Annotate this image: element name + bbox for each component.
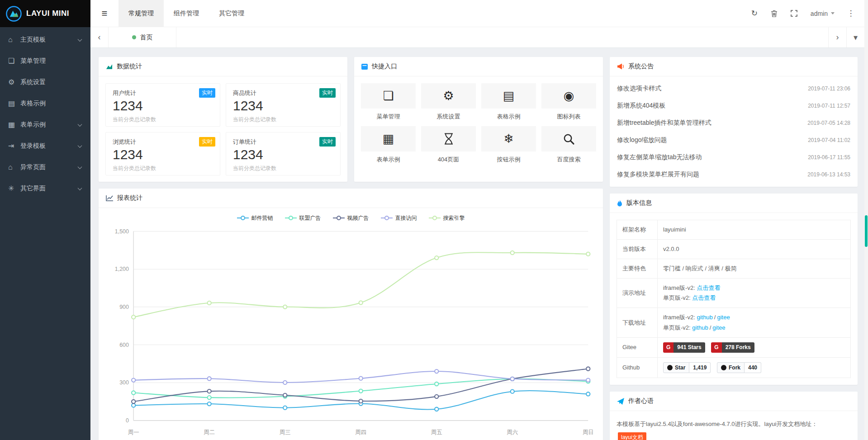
paper-plane-icon bbox=[617, 398, 624, 405]
clear-cache-button[interactable] bbox=[764, 0, 784, 27]
chevron-down-icon: ▾ bbox=[854, 33, 858, 43]
github-star-count: 1,419 bbox=[689, 362, 711, 374]
legend-item[interactable]: 邮件营销 bbox=[237, 214, 273, 222]
topbar-actions: ↻ admin ⋮ bbox=[745, 0, 864, 27]
refresh-button[interactable]: ↻ bbox=[745, 0, 764, 27]
legend-item[interactable]: 联盟广告 bbox=[285, 214, 321, 222]
card-title: 数据统计 bbox=[117, 62, 142, 71]
status-badge: 实时 bbox=[199, 137, 215, 147]
window-icon: ❏ bbox=[383, 89, 394, 103]
svg-text:300: 300 bbox=[119, 379, 129, 386]
stat-products: 商品统计 1234 当前分类总记录数 实时 bbox=[226, 83, 341, 127]
quick-entry-menu-management[interactable]: ❏ 菜单管理 bbox=[361, 83, 416, 121]
tab-component-management[interactable]: 组件管理 bbox=[164, 0, 209, 27]
user-menu[interactable]: admin bbox=[804, 0, 841, 27]
quick-entry-icon-list[interactable]: ◉ 图标列表 bbox=[541, 83, 596, 121]
logo-text: LAYUI MINI bbox=[26, 9, 69, 18]
status-badge: 实时 bbox=[319, 88, 336, 98]
gears-icon: ⚙ bbox=[8, 78, 20, 86]
announcements-card-header: 系统公告 bbox=[610, 57, 858, 76]
collapse-menu-button[interactable]: ≡ bbox=[90, 0, 119, 27]
legend-item[interactable]: 搜索引擎 bbox=[429, 214, 465, 222]
quick-entry-baidu-search[interactable]: 百度搜索 bbox=[541, 126, 596, 164]
sidebar-item-system-settings[interactable]: ⚙ 系统设置 bbox=[0, 71, 90, 93]
file-text-icon: ▤ bbox=[503, 89, 515, 103]
trash-icon bbox=[771, 10, 778, 17]
gitee-stars-badge[interactable]: G 941 Stars bbox=[663, 342, 705, 353]
github-fork-button[interactable]: Fork 440 bbox=[717, 362, 761, 374]
sidebar: LAYUI MINI ⌂ 主页模板 ❏ 菜单管理 ⚙ 系统设置 ▤ 表格示例 ▦ bbox=[0, 0, 90, 440]
author-card: 作者心语 本模板基于layui2.5.4以及font-awesome-4.7.0… bbox=[610, 392, 858, 440]
sidebar-item-table-example[interactable]: ▤ 表格示例 bbox=[0, 93, 90, 114]
quick-entry-404-page[interactable]: 404页面 bbox=[421, 126, 476, 164]
refresh-icon: ↻ bbox=[751, 9, 758, 18]
github-star-button[interactable]: Star 1,419 bbox=[663, 362, 711, 374]
table-row: 主要特色 零门槛 / 响应式 / 清爽 / 极简 bbox=[617, 259, 851, 279]
fullscreen-button[interactable] bbox=[784, 0, 804, 27]
github-mark-icon bbox=[667, 365, 673, 370]
announcement-row: 修改选项卡样式 2019-07-11 23:06 bbox=[617, 80, 850, 97]
svg-text:周一: 周一 bbox=[128, 429, 139, 435]
svg-text:0: 0 bbox=[126, 417, 129, 424]
card-title: 系统公告 bbox=[628, 62, 654, 71]
quick-entry-system-settings[interactable]: ⚙ 系统设置 bbox=[421, 83, 476, 121]
stats-card-header: 数据统计 bbox=[99, 57, 347, 76]
svg-text:周五: 周五 bbox=[431, 429, 442, 435]
tab-regular-management[interactable]: 常规管理 bbox=[119, 0, 164, 27]
search-icon bbox=[563, 133, 575, 145]
svg-text:周六: 周六 bbox=[507, 429, 518, 435]
svg-text:周四: 周四 bbox=[355, 429, 366, 435]
table-row: 框架名称 layuimini bbox=[617, 220, 851, 240]
active-tab-dot bbox=[132, 35, 136, 39]
logo-icon bbox=[5, 5, 22, 22]
sidebar-item-menu-management[interactable]: ❏ 菜单管理 bbox=[0, 50, 90, 71]
card-title: 作者心语 bbox=[628, 397, 654, 405]
asterisk-icon: ✳ bbox=[8, 184, 20, 193]
author-text: 本模板基于layui2.5.4以及font-awesome-4.7.0进行实现。… bbox=[617, 418, 851, 440]
author-card-header: 作者心语 bbox=[610, 392, 858, 411]
demo-iframe-link[interactable]: 点击查看 bbox=[697, 284, 720, 291]
tab-other-management[interactable]: 其它管理 bbox=[209, 0, 254, 27]
download-iframe-github-link[interactable]: github bbox=[697, 314, 712, 321]
legend-item[interactable]: 直接访问 bbox=[381, 214, 417, 222]
demo-spa-link[interactable]: 点击查看 bbox=[692, 294, 716, 301]
gitee-forks-badge[interactable]: G 278 Forks bbox=[711, 342, 754, 353]
content-area: 数据统计 用户统计 1234 当前分类总记录数 实时 bbox=[90, 48, 864, 440]
main-area: ≡ 常规管理 组件管理 其它管理 ↻ bbox=[90, 0, 864, 440]
tab-menu-button[interactable]: ▾ bbox=[846, 27, 864, 47]
announcement-row: 新增treetable插件和菜单管理样式 2019-07-05 14:28 bbox=[617, 114, 850, 132]
quick-entry-card-header: 快捷入口 bbox=[354, 57, 603, 76]
quick-entry-table-example[interactable]: ▤ 表格示例 bbox=[481, 83, 536, 121]
status-badge: 实时 bbox=[319, 137, 336, 147]
table-row: Github Star 1,419 Fork 440 bbox=[617, 357, 851, 378]
legend-item[interactable]: 视频广告 bbox=[333, 214, 369, 222]
announcement-row: 修复多模块菜单栏展开有问题 2019-06-13 14:53 bbox=[617, 166, 850, 183]
status-badge: 实时 bbox=[199, 88, 215, 98]
scrollbar-track[interactable] bbox=[864, 0, 868, 440]
more-menu-button[interactable]: ⋮ bbox=[841, 0, 861, 27]
sidebar-item-other-ui[interactable]: ✳ 其它界面 bbox=[0, 178, 90, 199]
app-window: LAYUI MINI ⌂ 主页模板 ❏ 菜单管理 ⚙ 系统设置 ▤ 表格示例 ▦ bbox=[0, 0, 868, 440]
legend-marker bbox=[333, 215, 345, 221]
quick-entry-form-example[interactable]: ▦ 表单示例 bbox=[361, 126, 416, 164]
tab-scroll-left-button[interactable]: ‹ bbox=[90, 27, 109, 47]
quick-entry-button-example[interactable]: ❄ 按钮示例 bbox=[481, 126, 536, 164]
sidebar-item-home-template[interactable]: ⌂ 主页模板 bbox=[0, 29, 90, 50]
stat-views: 浏览统计 1234 当前分类总记录数 实时 bbox=[105, 132, 220, 175]
sidebar-item-error-pages[interactable]: ⌂ 异常页面 bbox=[0, 156, 90, 178]
download-spa-gitee-link[interactable]: gitee bbox=[712, 324, 725, 331]
chevron-down-icon bbox=[78, 165, 82, 169]
logo[interactable]: LAYUI MINI bbox=[0, 0, 90, 27]
scrollbar-thumb[interactable] bbox=[865, 215, 868, 247]
download-spa-github-link[interactable]: github bbox=[692, 324, 708, 331]
github-fork-count: 440 bbox=[745, 362, 761, 374]
sidebar-item-form-example[interactable]: ▦ 表单示例 bbox=[0, 114, 90, 135]
tab-home[interactable]: 首页 bbox=[109, 27, 176, 47]
sidebar-item-login-template[interactable]: ⇥ 登录模板 bbox=[0, 135, 90, 156]
layui-doc-badge[interactable]: layui文档 bbox=[618, 432, 646, 440]
download-iframe-gitee-link[interactable]: gitee bbox=[717, 314, 730, 321]
file-text-icon: ▤ bbox=[8, 99, 20, 108]
stat-orders: 订单统计 1234 当前分类总记录数 实时 bbox=[226, 132, 341, 175]
svg-text:900: 900 bbox=[119, 304, 129, 310]
tab-scroll-right-button[interactable]: › bbox=[828, 27, 846, 47]
